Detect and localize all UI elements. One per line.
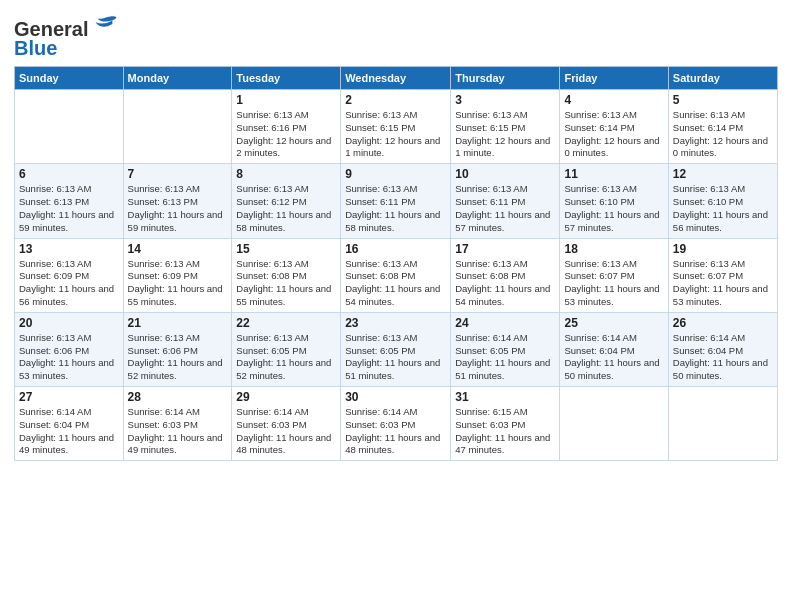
calendar-week-row: 6Sunrise: 6:13 AMSunset: 6:13 PMDaylight… xyxy=(15,164,778,238)
day-number: 20 xyxy=(19,316,119,330)
day-number: 22 xyxy=(236,316,336,330)
calendar-cell: 1Sunrise: 6:13 AMSunset: 6:16 PMDaylight… xyxy=(232,90,341,164)
day-number: 10 xyxy=(455,167,555,181)
day-info: Sunrise: 6:13 AMSunset: 6:13 PMDaylight:… xyxy=(128,183,228,234)
calendar-cell: 20Sunrise: 6:13 AMSunset: 6:06 PMDayligh… xyxy=(15,312,124,386)
day-number: 29 xyxy=(236,390,336,404)
logo: General Blue xyxy=(14,14,118,60)
day-info: Sunrise: 6:14 AMSunset: 6:03 PMDaylight:… xyxy=(128,406,228,457)
day-number: 6 xyxy=(19,167,119,181)
day-info: Sunrise: 6:13 AMSunset: 6:10 PMDaylight:… xyxy=(673,183,773,234)
day-number: 31 xyxy=(455,390,555,404)
calendar-cell: 5Sunrise: 6:13 AMSunset: 6:14 PMDaylight… xyxy=(668,90,777,164)
calendar-cell: 9Sunrise: 6:13 AMSunset: 6:11 PMDaylight… xyxy=(341,164,451,238)
calendar-cell xyxy=(123,90,232,164)
calendar-week-row: 20Sunrise: 6:13 AMSunset: 6:06 PMDayligh… xyxy=(15,312,778,386)
day-info: Sunrise: 6:13 AMSunset: 6:05 PMDaylight:… xyxy=(345,332,446,383)
calendar-cell: 7Sunrise: 6:13 AMSunset: 6:13 PMDaylight… xyxy=(123,164,232,238)
day-number: 5 xyxy=(673,93,773,107)
calendar-cell: 23Sunrise: 6:13 AMSunset: 6:05 PMDayligh… xyxy=(341,312,451,386)
day-number: 30 xyxy=(345,390,446,404)
day-info: Sunrise: 6:13 AMSunset: 6:09 PMDaylight:… xyxy=(128,258,228,309)
day-number: 21 xyxy=(128,316,228,330)
calendar-cell: 4Sunrise: 6:13 AMSunset: 6:14 PMDaylight… xyxy=(560,90,668,164)
calendar-cell: 31Sunrise: 6:15 AMSunset: 6:03 PMDayligh… xyxy=(451,387,560,461)
calendar-table: SundayMondayTuesdayWednesdayThursdayFrid… xyxy=(14,66,778,461)
day-number: 8 xyxy=(236,167,336,181)
calendar-cell: 29Sunrise: 6:14 AMSunset: 6:03 PMDayligh… xyxy=(232,387,341,461)
day-number: 28 xyxy=(128,390,228,404)
calendar-cell: 18Sunrise: 6:13 AMSunset: 6:07 PMDayligh… xyxy=(560,238,668,312)
day-info: Sunrise: 6:13 AMSunset: 6:16 PMDaylight:… xyxy=(236,109,336,160)
day-info: Sunrise: 6:13 AMSunset: 6:15 PMDaylight:… xyxy=(345,109,446,160)
day-info: Sunrise: 6:15 AMSunset: 6:03 PMDaylight:… xyxy=(455,406,555,457)
day-number: 9 xyxy=(345,167,446,181)
day-number: 4 xyxy=(564,93,663,107)
calendar-cell: 28Sunrise: 6:14 AMSunset: 6:03 PMDayligh… xyxy=(123,387,232,461)
day-info: Sunrise: 6:13 AMSunset: 6:05 PMDaylight:… xyxy=(236,332,336,383)
calendar-header-row: SundayMondayTuesdayWednesdayThursdayFrid… xyxy=(15,67,778,90)
day-number: 17 xyxy=(455,242,555,256)
calendar-cell: 10Sunrise: 6:13 AMSunset: 6:11 PMDayligh… xyxy=(451,164,560,238)
day-number: 23 xyxy=(345,316,446,330)
calendar-cell: 14Sunrise: 6:13 AMSunset: 6:09 PMDayligh… xyxy=(123,238,232,312)
calendar-header-monday: Monday xyxy=(123,67,232,90)
day-number: 13 xyxy=(19,242,119,256)
calendar-cell: 13Sunrise: 6:13 AMSunset: 6:09 PMDayligh… xyxy=(15,238,124,312)
day-info: Sunrise: 6:14 AMSunset: 6:04 PMDaylight:… xyxy=(673,332,773,383)
day-info: Sunrise: 6:13 AMSunset: 6:07 PMDaylight:… xyxy=(564,258,663,309)
calendar-cell: 8Sunrise: 6:13 AMSunset: 6:12 PMDaylight… xyxy=(232,164,341,238)
day-info: Sunrise: 6:13 AMSunset: 6:12 PMDaylight:… xyxy=(236,183,336,234)
calendar-week-row: 27Sunrise: 6:14 AMSunset: 6:04 PMDayligh… xyxy=(15,387,778,461)
calendar-week-row: 13Sunrise: 6:13 AMSunset: 6:09 PMDayligh… xyxy=(15,238,778,312)
calendar-cell: 26Sunrise: 6:14 AMSunset: 6:04 PMDayligh… xyxy=(668,312,777,386)
calendar-cell: 11Sunrise: 6:13 AMSunset: 6:10 PMDayligh… xyxy=(560,164,668,238)
day-info: Sunrise: 6:14 AMSunset: 6:05 PMDaylight:… xyxy=(455,332,555,383)
calendar-cell xyxy=(560,387,668,461)
day-number: 24 xyxy=(455,316,555,330)
calendar-cell: 21Sunrise: 6:13 AMSunset: 6:06 PMDayligh… xyxy=(123,312,232,386)
day-info: Sunrise: 6:13 AMSunset: 6:06 PMDaylight:… xyxy=(128,332,228,383)
day-info: Sunrise: 6:13 AMSunset: 6:10 PMDaylight:… xyxy=(564,183,663,234)
day-info: Sunrise: 6:13 AMSunset: 6:08 PMDaylight:… xyxy=(455,258,555,309)
day-number: 27 xyxy=(19,390,119,404)
day-info: Sunrise: 6:13 AMSunset: 6:09 PMDaylight:… xyxy=(19,258,119,309)
calendar-cell xyxy=(15,90,124,164)
day-number: 26 xyxy=(673,316,773,330)
day-info: Sunrise: 6:14 AMSunset: 6:03 PMDaylight:… xyxy=(345,406,446,457)
calendar-week-row: 1Sunrise: 6:13 AMSunset: 6:16 PMDaylight… xyxy=(15,90,778,164)
calendar-header-sunday: Sunday xyxy=(15,67,124,90)
day-number: 19 xyxy=(673,242,773,256)
day-info: Sunrise: 6:13 AMSunset: 6:06 PMDaylight:… xyxy=(19,332,119,383)
calendar-cell: 2Sunrise: 6:13 AMSunset: 6:15 PMDaylight… xyxy=(341,90,451,164)
calendar-cell: 27Sunrise: 6:14 AMSunset: 6:04 PMDayligh… xyxy=(15,387,124,461)
day-info: Sunrise: 6:13 AMSunset: 6:15 PMDaylight:… xyxy=(455,109,555,160)
calendar-cell: 17Sunrise: 6:13 AMSunset: 6:08 PMDayligh… xyxy=(451,238,560,312)
day-info: Sunrise: 6:13 AMSunset: 6:08 PMDaylight:… xyxy=(236,258,336,309)
day-number: 25 xyxy=(564,316,663,330)
calendar-cell: 25Sunrise: 6:14 AMSunset: 6:04 PMDayligh… xyxy=(560,312,668,386)
day-info: Sunrise: 6:14 AMSunset: 6:04 PMDaylight:… xyxy=(19,406,119,457)
calendar-header-tuesday: Tuesday xyxy=(232,67,341,90)
calendar-cell: 19Sunrise: 6:13 AMSunset: 6:07 PMDayligh… xyxy=(668,238,777,312)
calendar-header-wednesday: Wednesday xyxy=(341,67,451,90)
day-number: 1 xyxy=(236,93,336,107)
day-info: Sunrise: 6:13 AMSunset: 6:08 PMDaylight:… xyxy=(345,258,446,309)
calendar-header-saturday: Saturday xyxy=(668,67,777,90)
day-number: 15 xyxy=(236,242,336,256)
day-info: Sunrise: 6:13 AMSunset: 6:11 PMDaylight:… xyxy=(345,183,446,234)
calendar-cell: 30Sunrise: 6:14 AMSunset: 6:03 PMDayligh… xyxy=(341,387,451,461)
page: General Blue SundayMondayTuesdayWednesda… xyxy=(0,0,792,612)
calendar-cell: 12Sunrise: 6:13 AMSunset: 6:10 PMDayligh… xyxy=(668,164,777,238)
day-info: Sunrise: 6:13 AMSunset: 6:11 PMDaylight:… xyxy=(455,183,555,234)
logo-bird-icon xyxy=(88,14,118,36)
calendar-header-friday: Friday xyxy=(560,67,668,90)
day-info: Sunrise: 6:13 AMSunset: 6:14 PMDaylight:… xyxy=(673,109,773,160)
calendar-header-thursday: Thursday xyxy=(451,67,560,90)
calendar-cell: 24Sunrise: 6:14 AMSunset: 6:05 PMDayligh… xyxy=(451,312,560,386)
day-number: 3 xyxy=(455,93,555,107)
day-number: 7 xyxy=(128,167,228,181)
calendar-cell: 15Sunrise: 6:13 AMSunset: 6:08 PMDayligh… xyxy=(232,238,341,312)
day-info: Sunrise: 6:14 AMSunset: 6:04 PMDaylight:… xyxy=(564,332,663,383)
day-number: 14 xyxy=(128,242,228,256)
